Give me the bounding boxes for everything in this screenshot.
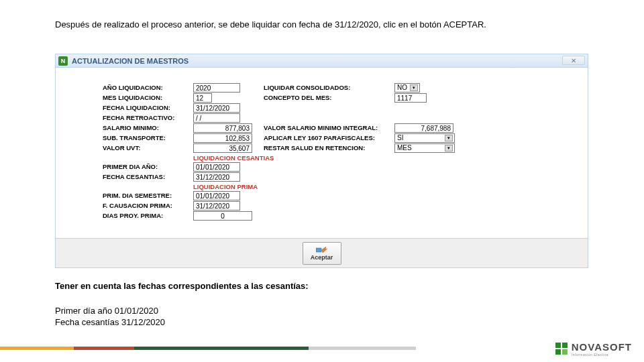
novasoft-logo-text: NOVASOFT	[572, 341, 632, 353]
label-f-caus-prima: F. CAUSACION PRIMA:	[103, 202, 193, 209]
label-aplicar-ley: APLICAR LEY 1607 PARAFISCALES:	[264, 134, 394, 141]
input-valor-uvt[interactable]: 35,607	[193, 143, 252, 153]
select-restar-salud[interactable]: MES▾	[394, 143, 455, 153]
app-icon: N	[58, 56, 68, 66]
svg-rect-2	[562, 343, 568, 348]
svg-rect-3	[555, 349, 561, 355]
section-cesantias: LIQUIDACION CESANTIAS	[103, 154, 568, 162]
aceptar-label: Aceptar	[311, 254, 333, 261]
novasoft-logo-tagline: Información Efectiva	[572, 353, 632, 357]
label-valor-uvt: VALOR UVT:	[103, 144, 193, 152]
input-prim-dia-sem[interactable]: 01/01/2020	[193, 191, 240, 200]
select-liq-cons-value: NO	[397, 84, 407, 91]
label-fecha-ces: FECHA CESANTIAS:	[103, 173, 193, 180]
label-mes: MES LIQUIDACION:	[103, 94, 193, 101]
label-prim-dia-sem: PRIM. DIA SEMESTRE:	[103, 192, 193, 199]
button-bar: Aceptar	[56, 238, 588, 267]
chevron-down-icon: ▾	[445, 135, 453, 141]
svg-rect-1	[555, 343, 561, 348]
label-dias-proy: DIAS PROY. PRIMA:	[103, 212, 193, 219]
app-window: N ACTUALIZACION DE MAESTROS ✕ AÑO LIQUID…	[55, 54, 588, 268]
input-val-sal-int[interactable]: 7,687,988	[394, 123, 453, 133]
novasoft-logo-icon	[554, 341, 569, 356]
label-sub-trans: SUB. TRANSPORTE:	[103, 134, 193, 141]
aceptar-button[interactable]: Aceptar	[303, 242, 341, 265]
form-area: AÑO LIQUIDACION:2020 MES LIQUIDACION:12 …	[56, 68, 588, 239]
input-sal-min[interactable]: 877,803	[193, 123, 252, 133]
label-concepto: CONCEPTO DEL MES:	[264, 94, 394, 101]
input-primer-dia-ano[interactable]: 01/01/2020	[193, 162, 240, 172]
input-dias-proy[interactable]: 0	[193, 211, 252, 221]
input-fecha-ces[interactable]: 31/12/2020	[193, 172, 240, 182]
accept-icon	[316, 245, 328, 253]
label-primer-dia-ano: PRIMER DIA AÑO:	[103, 163, 193, 170]
section-prima: LIQUIDACION PRIMA	[103, 183, 568, 190]
svg-rect-0	[316, 248, 321, 252]
label-ano: AÑO LIQUIDACION:	[103, 84, 193, 91]
label-restar-salud: RESTAR SALUD EN RETENCION:	[264, 144, 394, 152]
chevron-down-icon: ▾	[445, 145, 453, 152]
instruction-top: Después de realizado el proceso anterior…	[55, 19, 589, 31]
select-aplicar-ley[interactable]: SI▾	[394, 133, 455, 143]
titlebar: N ACTUALIZACION DE MAESTROS ✕	[56, 54, 588, 68]
label-fecha-retro: FECHA RETROACTIVO:	[103, 114, 193, 121]
input-sub-trans[interactable]: 102,853	[193, 133, 252, 143]
select-liq-cons[interactable]: NO▾	[394, 83, 420, 93]
label-val-sal-int: VALOR SALARIO MINIMO INTEGRAL:	[264, 124, 394, 131]
window-title: ACTUALIZACION DE MAESTROS	[72, 57, 189, 65]
novasoft-logo: NOVASOFT Información Efectiva	[554, 341, 632, 357]
input-ano[interactable]: 2020	[193, 83, 240, 93]
instruction-bot2: Fecha cesantías 31/12/2020	[55, 316, 589, 328]
select-aplicar-ley-value: SI	[397, 134, 403, 141]
input-concepto[interactable]: 1117	[394, 93, 427, 103]
svg-rect-4	[562, 349, 568, 355]
input-mes[interactable]: 12	[193, 93, 212, 103]
label-fecha-liq: FECHA LIQUIDACION:	[103, 104, 193, 111]
close-button[interactable]: ✕	[562, 56, 585, 65]
instruction-mid: Tener en cuenta las fechas correspondien…	[55, 280, 589, 292]
input-fecha-retro[interactable]: / /	[193, 113, 240, 123]
label-liq-cons: LIQUIDAR CONSOLIDADOS:	[264, 84, 394, 91]
select-restar-salud-value: MES	[397, 144, 412, 152]
footer-stripe	[0, 347, 416, 350]
instruction-bot1: Primer día año 01/01/2020	[55, 305, 589, 317]
input-f-caus-prima[interactable]: 31/12/2020	[193, 201, 240, 210]
chevron-down-icon: ▾	[410, 84, 418, 91]
form-right-column: LIQUIDAR CONSOLIDADOS: NO▾ CONCEPTO DEL …	[264, 82, 455, 153]
input-fecha-liq[interactable]: 31/12/2020	[193, 103, 240, 113]
label-sal-min: SALARIO MINIMO:	[103, 124, 193, 131]
